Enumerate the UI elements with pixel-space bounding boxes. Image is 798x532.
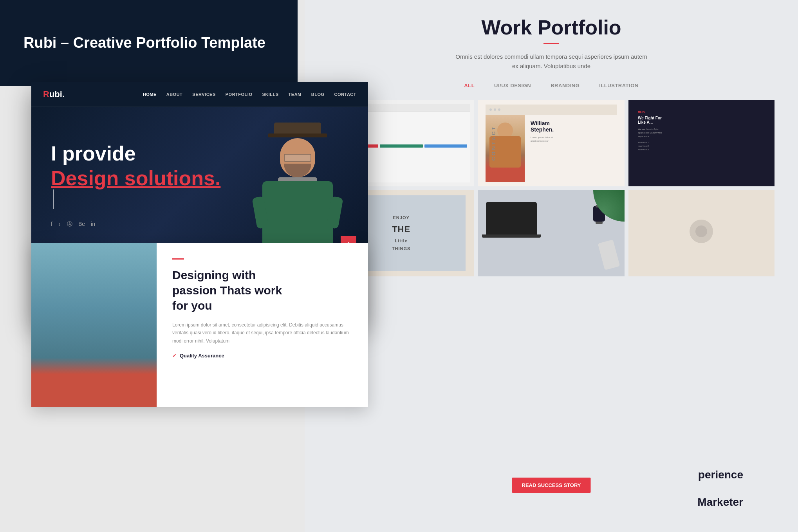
hero-line1: I provide: [51, 142, 348, 165]
social-linkedin[interactable]: in: [91, 221, 95, 228]
dark-card: RUBI. We Fight ForLike A... We are here …: [632, 105, 771, 182]
nav-links: HOME ABOUT SERVICES PORTFOLIO SKILLS TEA…: [143, 92, 356, 97]
filter-uiux[interactable]: UI/UX DESIGN: [494, 83, 531, 88]
man-hat-brim: [268, 133, 327, 137]
about-accent-line: [172, 258, 184, 260]
about-image-panel: [31, 243, 157, 407]
portfolio-filters: ALL UI/UX DESIGN BRANDING ILLUSTRATION: [328, 83, 775, 88]
person-name-line1: William: [531, 121, 554, 126]
nav-about[interactable]: ABOUT: [166, 92, 183, 97]
page-title: Rubi – Creative Portfolio Template: [23, 34, 265, 52]
checkmark-icon: ✓: [172, 353, 177, 359]
about-person-image: [31, 243, 157, 407]
nav-blog[interactable]: BLOG: [311, 92, 325, 97]
mockup-hero: I provide Design solutions. f 𝕣 Ⓐ Be in: [31, 107, 368, 263]
portfolio-item-2[interactable]: William Stephen. Lorem ipsum dolor sit a…: [478, 100, 624, 186]
nav-portfolio[interactable]: PORTFOLIO: [226, 92, 253, 97]
person-name-line2: Stephen.: [531, 126, 554, 133]
about-content: Designing with passion Thats work for yo…: [157, 243, 368, 407]
right-panel: Work Portfolio Omnis est dolores commodi…: [305, 0, 798, 532]
logo: Rubi.: [43, 89, 65, 99]
about-heading-line3: for you: [172, 299, 212, 312]
nav-services[interactable]: SERVICES: [192, 92, 215, 97]
social-dribbble[interactable]: Ⓐ: [67, 221, 72, 228]
title-divider: [543, 43, 559, 44]
about-heading-line1: Designing with: [172, 269, 256, 281]
filter-illustration[interactable]: ILLUSTRATION: [599, 83, 638, 88]
read-success-button[interactable]: READ SUCCESS STORY: [512, 478, 591, 493]
contact-vertical-text: CONTACT: [491, 125, 496, 161]
social-behance[interactable]: Be: [78, 221, 85, 228]
nav-skills[interactable]: SKILLS: [262, 92, 278, 97]
nav-contact[interactable]: CONTACT: [334, 92, 356, 97]
mockup-navbar: Rubi. HOME ABOUT SERVICES PORTFOLIO SKIL…: [31, 82, 368, 107]
nav-home[interactable]: HOME: [143, 92, 157, 97]
check-label: Quality Assurance: [180, 353, 224, 359]
logo-r: R: [43, 89, 49, 99]
about-heading: Designing with passion Thats work for yo…: [172, 267, 352, 313]
man-hat: [274, 123, 321, 134]
portfolio-item-3[interactable]: RUBI. We Fight ForLike A... We are here …: [628, 100, 775, 186]
filter-branding[interactable]: BRANDING: [551, 83, 580, 88]
marketer-label: Marketer: [697, 496, 743, 509]
about-body-text: Lorem ipsum dolor sit amet, consectetur …: [172, 321, 352, 345]
about-mockup: Designing with passion Thats work for yo…: [31, 243, 368, 407]
logo-rest: ubi.: [49, 89, 65, 99]
portfolio-grid: strategies: [328, 100, 775, 276]
portfolio-subtitle: Omnis est dolores commodi ullam tempora …: [453, 52, 649, 71]
enjoy-text: ENJOYTHELittleTHINGS: [392, 214, 411, 253]
social-facebook[interactable]: f: [51, 221, 52, 228]
about-check-item: ✓ Quality Assurance: [172, 353, 352, 359]
experience-label: perience: [698, 469, 743, 481]
header-area: Rubi – Creative Portfolio Template: [0, 0, 298, 86]
filter-all[interactable]: ALL: [464, 83, 475, 88]
portfolio-title: Work Portfolio: [328, 16, 775, 39]
portfolio-area: Work Portfolio Omnis est dolores commodi…: [328, 16, 775, 516]
nav-team[interactable]: TEAM: [289, 92, 302, 97]
hero-line2: Design solutions.: [51, 167, 348, 189]
portfolio-item-5[interactable]: [478, 190, 624, 276]
about-heading-line2: passion Thats work: [172, 284, 282, 297]
portfolio-item-6[interactable]: [628, 190, 775, 276]
social-twitter[interactable]: 𝕣: [58, 221, 61, 228]
